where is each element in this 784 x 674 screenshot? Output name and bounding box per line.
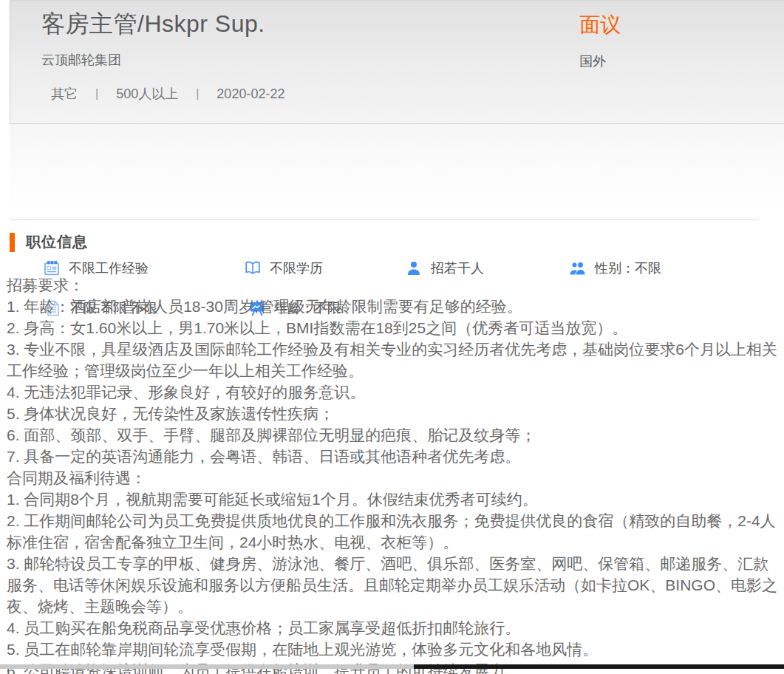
description-line: 3. 专业不限，具星级酒店及国际邮轮工作经验及有相关专业的实习经历者优先考虑，基… (7, 338, 779, 381)
tag-company-size: 500人以上 (116, 85, 178, 103)
description-line: 3. 邮轮特设员工专享的甲板、健身房、游泳池、餐厅、酒吧、俱乐部、医务室、网吧、… (7, 553, 779, 617)
description-line: 招募要求： (7, 274, 779, 296)
page-title: 客房主管/Hskpr Sup. (41, 8, 265, 41)
job-location: 国外 (579, 52, 606, 70)
tag-post-date: 2020-02-22 (217, 86, 284, 102)
tag-separator: | (196, 87, 199, 101)
job-description: 招募要求： 1. 年龄：酒店部 普岗人员18-30周岁,管理级无年龄限制需要有足… (7, 274, 779, 674)
job-header-card: 客房主管/Hskpr Sup. 面议 云顶邮轮集团 国外 其它 | 500人以上… (10, 0, 784, 124)
section-title: 职位信息 (26, 232, 88, 252)
scrollbar-track-left[interactable] (0, 664, 414, 669)
section-header: 职位信息 (10, 232, 88, 252)
job-info-strip: 不限工作经验 不限学历 招若干人 性别：不限 不限 (10, 124, 784, 219)
bottom-scrollbar[interactable] (0, 664, 784, 669)
scrollbar-thumb-dark[interactable] (414, 664, 784, 669)
description-line: 合同期及福利待遇： (7, 467, 779, 489)
description-line: 4. 无违法犯罪记录、形象良好，有较好的服务意识。 (7, 381, 779, 403)
description-line: 2. 工作期间邮轮公司为员工免费提供质地优良的工作服和洗衣服务；免费提供优良的食… (7, 510, 779, 553)
description-line: 4. 员工购买在船免税商品享受优惠价格；员工家属享受超低折扣邮轮旅行。 (7, 617, 779, 639)
description-line: 6. 面部、颈部、双手、手臂、腿部及脚裸部位无明显的疤痕、胎记及纹身等； (7, 424, 779, 446)
salary-value: 面议 (579, 11, 621, 39)
description-line: 7. 具备一定的英语沟通能力，会粤语、韩语、日语或其他语种者优先考虑。 (7, 446, 779, 467)
accent-bar (10, 233, 15, 252)
description-line: 5. 身体状况良好，无传染性及家族遗传性疾病； (7, 403, 779, 424)
job-meta-tags: 其它 | 500人以上 | 2020-02-22 (51, 85, 284, 103)
tag-industry: 其它 (51, 85, 78, 103)
tag-separator: | (95, 87, 98, 101)
description-line: 1. 年龄：酒店部 普岗人员18-30周岁,管理级无年龄限制需要有足够的经验。 (7, 296, 779, 317)
company-name: 云顶邮轮集团 (41, 51, 121, 69)
description-line: 1. 合同期8个月，视航期需要可能延长或缩短1个月。休假结束优秀者可续约。 (7, 489, 779, 510)
description-line: 2. 身高：女1.60米以上，男1.70米以上，BMI指数需在18到25之间（优… (7, 317, 779, 338)
section-divider (10, 219, 759, 220)
description-line: 5. 员工在邮轮靠岸期间轮流享受假期，在陆地上观光游览，体验多元文化和各地风情。 (7, 639, 779, 660)
